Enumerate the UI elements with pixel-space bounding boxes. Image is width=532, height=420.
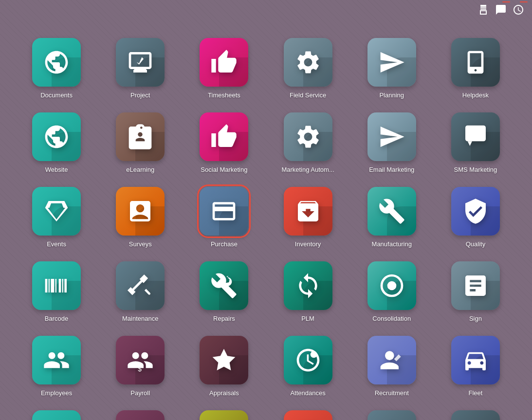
app-icon-planning (367, 38, 416, 87)
chat-icon[interactable] (495, 4, 507, 18)
app-label-maintenance: Maintenance (122, 315, 158, 322)
app-item-maintenance[interactable]: Maintenance (98, 253, 182, 327)
app-item-payroll[interactable]: $Payroll (98, 327, 182, 402)
top-bar (470, 0, 532, 22)
app-label-timesheets: Timesheets (208, 91, 240, 99)
app-item-inventory[interactable]: Inventory (266, 178, 350, 253)
svg-point-5 (310, 351, 317, 358)
app-icon-social-marketing (200, 112, 248, 161)
app-icon-lunch (200, 410, 248, 420)
app-label-sms-marketing: SMS Marketing (454, 166, 497, 173)
svg-text:SMS: SMS (467, 130, 484, 139)
app-icon-marketing-auto (284, 112, 332, 161)
app-icon-plm (284, 261, 332, 310)
app-icon-sign (451, 261, 500, 310)
app-label-field-service: Field Service (290, 91, 326, 99)
app-item-events[interactable]: Events (15, 178, 98, 253)
clock-badge (520, 1, 528, 2)
app-item-live-chat[interactable]: Live Chat (266, 402, 350, 420)
app-label-sign: Sign (469, 315, 482, 322)
app-item-sms-marketing[interactable]: SMSSMS Marketing (434, 104, 517, 178)
svg-point-6 (385, 351, 394, 360)
app-item-elearning[interactable]: eLearning (98, 104, 182, 178)
app-icon-elearning (116, 112, 165, 161)
app-item-surveys[interactable]: Surveys (98, 178, 182, 253)
app-icon-helpdesk (451, 38, 500, 87)
app-item-attendances[interactable]: Attendances (266, 327, 350, 402)
app-item-website[interactable]: Website (15, 104, 98, 178)
app-label-elearning: eLearning (126, 166, 154, 173)
app-item-social-marketing[interactable]: Social Marketing (182, 104, 266, 178)
app-item-field-service[interactable]: Field Service (266, 29, 350, 104)
app-item-helpdesk[interactable]: Helpdesk (434, 29, 517, 104)
app-item-fleet[interactable]: Fleet (434, 327, 517, 402)
app-icon-maintenance (116, 261, 165, 310)
app-label-fleet: Fleet (468, 389, 482, 397)
app-item-sign[interactable]: Sign (434, 253, 517, 327)
app-icon-members (367, 410, 416, 420)
app-label-purchase: Purchase (211, 240, 238, 248)
app-icon-email-marketing (367, 112, 416, 161)
app-icon-project (116, 38, 165, 87)
app-icon-time-off (32, 410, 81, 420)
app-icon-fleet (451, 336, 500, 384)
svg-text:$: $ (138, 365, 142, 373)
app-label-consolidation: Consolidation (372, 315, 411, 322)
app-icon-manufacturing (367, 187, 416, 236)
app-item-manufacturing[interactable]: Manufacturing (350, 178, 434, 253)
app-item-recruitment[interactable]: Recruitment (350, 327, 434, 402)
app-item-purchase[interactable]: Purchase (182, 178, 266, 253)
app-item-barcode[interactable]: Barcode (15, 253, 98, 327)
app-icon-sms-marketing: SMS (451, 112, 500, 161)
app-label-helpdesk: Helpdesk (462, 91, 489, 99)
app-icon-field-service (284, 38, 332, 87)
app-label-social-marketing: Social Marketing (201, 166, 247, 173)
app-item-employees[interactable]: Employees (15, 327, 98, 402)
app-icon-data-cleaning (451, 410, 500, 420)
app-label-payroll: Payroll (130, 389, 150, 397)
app-item-timesheets[interactable]: Timesheets (182, 29, 266, 104)
app-item-consolidation[interactable]: Consolidation (350, 253, 434, 327)
app-label-website: Website (45, 166, 68, 173)
app-icon-live-chat (284, 410, 332, 420)
app-item-documents[interactable]: Documents (15, 29, 98, 104)
app-item-lunch[interactable]: Lunch (182, 402, 266, 420)
app-icon-payroll: $ (116, 336, 165, 384)
app-item-quality[interactable]: Quality (434, 178, 517, 253)
app-item-appraisals[interactable]: Appraisals (182, 327, 266, 402)
app-icon-barcode (32, 261, 81, 310)
app-icon-purchase (200, 187, 248, 236)
app-item-project[interactable]: Project (98, 29, 182, 104)
app-icon-appraisals (200, 336, 248, 384)
app-item-plm[interactable]: PLM (266, 253, 350, 327)
app-item-repairs[interactable]: Repairs (182, 253, 266, 327)
app-item-members[interactable]: Members (350, 402, 434, 420)
app-item-email-marketing[interactable]: Email Marketing (350, 104, 434, 178)
svg-point-2 (387, 281, 396, 291)
app-icon-repairs (200, 261, 248, 310)
app-label-inventory: Inventory (295, 240, 321, 248)
app-item-planning[interactable]: Planning (350, 29, 434, 104)
app-label-manufacturing: Manufacturing (372, 240, 412, 248)
app-icon-quality (451, 187, 500, 236)
app-label-email-marketing: Email Marketing (369, 166, 414, 173)
phone-icon[interactable] (477, 4, 489, 18)
app-label-marketing-auto: Marketing Autom... (281, 166, 334, 173)
app-label-repairs: Repairs (213, 315, 235, 322)
app-label-employees: Employees (41, 389, 72, 397)
app-label-plm: PLM (301, 315, 314, 322)
app-label-project: Project (130, 91, 150, 99)
app-item-expenses[interactable]: $Expenses (98, 402, 182, 420)
clock-icon[interactable] (513, 4, 524, 18)
app-label-planning: Planning (379, 91, 404, 99)
app-item-marketing-auto[interactable]: Marketing Autom... (266, 104, 350, 178)
app-icon-events (32, 187, 81, 236)
app-icon-timesheets (200, 38, 248, 87)
app-icon-documents (32, 38, 81, 87)
app-label-appraisals: Appraisals (209, 389, 239, 397)
app-item-time-off[interactable]: Time Off (15, 402, 98, 420)
app-icon-attendances (284, 336, 332, 384)
app-item-data-cleaning[interactable]: Data Cleaning (434, 402, 517, 420)
chat-badge (502, 1, 510, 2)
app-label-quality: Quality (466, 240, 485, 248)
